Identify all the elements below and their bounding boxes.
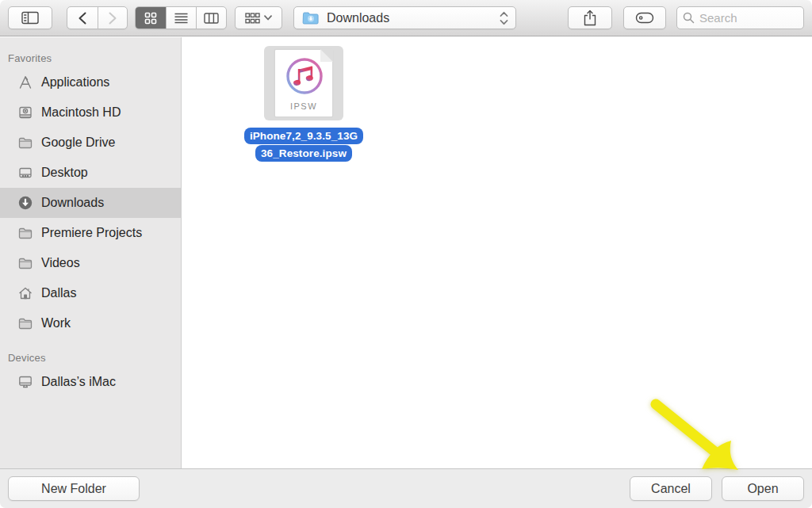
chevron-right-icon — [109, 12, 117, 25]
favorites-section-header: Favorites — [0, 48, 181, 67]
sidebar-item-label: Dallas — [41, 286, 76, 300]
chevron-down-icon — [264, 15, 272, 21]
sidebar-item-label: Videos — [41, 256, 80, 270]
list-view-icon — [174, 13, 188, 24]
list-view-button[interactable] — [166, 7, 196, 29]
icon-view-icon — [144, 12, 157, 25]
sidebar-item-applications[interactable]: Applications — [0, 67, 181, 97]
toolbar: Downloads — [0, 0, 812, 36]
search-field — [676, 6, 804, 29]
sidebar-item-label: Applications — [41, 75, 109, 90]
itunes-logo-icon — [285, 57, 324, 95]
sidebar-item-google-drive[interactable]: Google Drive — [0, 128, 181, 158]
back-button[interactable] — [67, 7, 98, 29]
file-name-label: iPhone7,2_9.3.5_13G 36_Restore.ipsw — [224, 128, 383, 162]
file-name-line1: iPhone7,2_9.3.5_13G — [244, 128, 363, 144]
column-view-icon — [204, 13, 219, 24]
desktop-icon — [17, 165, 33, 181]
sidebar: Favorites Applications Macinto — [0, 37, 182, 468]
sidebar-item-downloads[interactable]: Downloads — [0, 188, 181, 218]
location-label: Downloads — [327, 11, 389, 25]
sidebar-item-label: Work — [41, 316, 71, 330]
share-button[interactable] — [568, 6, 612, 29]
sidebar-item-label: Google Drive — [41, 136, 115, 150]
share-icon — [583, 10, 597, 26]
sidebar-item-desktop[interactable]: Desktop — [0, 158, 181, 188]
sidebar-item-label: Macintosh HD — [41, 105, 121, 120]
icon-view-button[interactable] — [136, 7, 166, 29]
arrange-button[interactable] — [235, 6, 282, 29]
view-mode-segmented-control — [135, 6, 227, 29]
sidebar-item-label: Downloads — [41, 196, 104, 210]
forward-button[interactable] — [98, 7, 128, 29]
downloads-circle-icon — [17, 195, 33, 212]
tag-icon — [635, 12, 654, 24]
sidebar-item-label: Desktop — [41, 166, 88, 180]
chevron-left-icon — [79, 12, 86, 25]
folder-icon — [17, 135, 33, 151]
open-button[interactable]: Open — [722, 476, 804, 501]
devices-section-header: Devices — [0, 348, 181, 367]
sidebar-item-macintosh-hd[interactable]: Macintosh HD — [0, 97, 181, 128]
cancel-button[interactable]: Cancel — [630, 476, 712, 501]
file-type-badge: IPSW — [275, 101, 332, 111]
location-dropdown[interactable]: Downloads — [293, 6, 516, 29]
sidebar-item-label: Dallas’s iMac — [41, 375, 116, 389]
file-browser-area[interactable]: IPSW iPhone7,2_9.3.5_13G 36_Restore.ipsw — [182, 37, 812, 468]
file-name-line2: 36_Restore.ipsw — [255, 145, 352, 162]
imac-icon — [17, 374, 33, 391]
home-icon — [17, 285, 33, 302]
downloads-folder-icon — [302, 11, 320, 25]
folder-icon — [17, 255, 33, 272]
harddrive-icon — [17, 105, 33, 121]
nav-buttons — [67, 6, 128, 29]
sidebar-item-work[interactable]: Work — [0, 308, 181, 338]
arrange-grid-icon — [245, 13, 260, 24]
sidebar-item-dallas[interactable]: Dallas — [0, 278, 181, 308]
dialog-footer: New Folder Cancel Open — [0, 468, 812, 508]
file-icon-selection: IPSW — [264, 46, 343, 120]
new-folder-button[interactable]: New Folder — [8, 476, 140, 501]
folder-icon — [17, 315, 33, 332]
search-input[interactable] — [676, 6, 804, 29]
sidebar-item-premiere-projects[interactable]: Premiere Projects — [0, 218, 181, 248]
sidebar-item-dallas-imac[interactable]: Dallas’s iMac — [0, 367, 181, 397]
file-item-ipsw[interactable]: IPSW iPhone7,2_9.3.5_13G 36_Restore.ipsw — [224, 46, 383, 162]
sidebar-toggle-icon — [21, 11, 39, 25]
applications-icon — [17, 74, 33, 91]
open-dialog-window: Downloads — [0, 0, 812, 508]
ipsw-file-icon: IPSW — [274, 49, 333, 117]
sidebar-item-label: Premiere Projects — [41, 226, 142, 240]
tag-button[interactable] — [623, 6, 666, 29]
folder-icon — [17, 225, 33, 242]
sidebar-toggle-button[interactable] — [8, 6, 52, 29]
sidebar-item-videos[interactable]: Videos — [0, 248, 181, 278]
chevron-updown-icon — [500, 11, 508, 25]
column-view-button[interactable] — [196, 7, 226, 29]
